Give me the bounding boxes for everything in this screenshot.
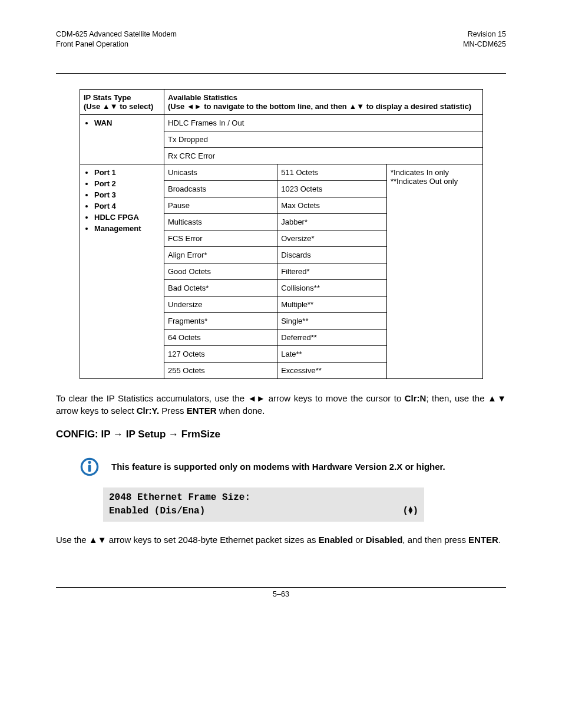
table-cell: Rx CRC Error [164, 147, 483, 164]
page-header: CDM-625 Advanced Satellite Modem Front P… [56, 29, 506, 50]
note-text: This feature is supported only on modems… [111, 462, 445, 472]
table-cell: 64 Octets [164, 329, 277, 345]
table-cell: 511 Octets [277, 164, 387, 180]
paragraph-clear-stats: To clear the IP Statistics accumulators,… [56, 392, 506, 417]
table-cell: Pause [164, 197, 277, 213]
cell-ports-type: Port 1 Port 2 Port 3 Port 4 HDLC FPGA Ma… [80, 164, 164, 378]
table-cell: Unicasts [164, 164, 277, 180]
table-cell: Oversize* [277, 230, 387, 246]
table-cell: Filtered* [277, 263, 387, 279]
svg-point-1 [88, 461, 91, 464]
table-cell: Bad Octets* [164, 279, 277, 296]
header-right-2: MN-CDM625 [463, 39, 506, 50]
page-footer: 5–63 [56, 587, 506, 598]
table-cell: 255 Octets [164, 362, 277, 378]
table-cell: Align Error* [164, 246, 277, 263]
info-icon [80, 457, 100, 477]
table-cell: Deferred** [277, 329, 387, 345]
table-cell: Undersize [164, 296, 277, 312]
lcd-line-2-right: (▲▼) [403, 505, 418, 518]
svg-rect-2 [88, 465, 91, 472]
table-cell: Excessive** [277, 362, 387, 378]
lcd-line-2-left: Enabled (Dis/Ena) [109, 505, 205, 518]
table-cell: Multicasts [164, 213, 277, 230]
table-cell: 1023 Octets [277, 180, 387, 197]
table-cell: FCS Error [164, 230, 277, 246]
table-cell: Multiple** [277, 296, 387, 312]
lcd-line-1: 2048 Ethernet Frame Size: [109, 491, 418, 505]
table-cell: Jabber* [277, 213, 387, 230]
page-number: 5–63 [56, 590, 506, 598]
section-heading: CONFIG: IP → IP Setup → FrmSize [56, 429, 506, 440]
table-cell: 127 Octets [164, 345, 277, 362]
stats-table: IP Stats Type (Use ▲▼ to select) Availab… [80, 89, 483, 379]
table-cell: Single** [277, 312, 387, 329]
table-cell: HDLC Frames In / Out [164, 114, 483, 131]
header-left-1: CDM-625 Advanced Satellite Modem [56, 29, 177, 39]
table-cell: Late** [277, 345, 387, 362]
table-cell: Broadcasts [164, 180, 277, 197]
table-cell: Collisions** [277, 279, 387, 296]
table-cell: Good Octets [164, 263, 277, 279]
cell-wan-type: WAN [80, 114, 164, 164]
header-left-2: Front Panel Operation [56, 39, 177, 50]
th-stats: Available Statistics (Use ◄► to navigate… [164, 89, 483, 114]
updown-icon: ▲▼ [408, 508, 412, 514]
table-cell: Discards [277, 246, 387, 263]
table-cell: Fragments* [164, 312, 277, 329]
table-cell: Tx Dropped [164, 131, 483, 147]
cell-note: *Indicates In only **Indicates Out only [387, 164, 483, 378]
th-type: IP Stats Type (Use ▲▼ to select) [80, 89, 164, 114]
paragraph-frmsize: Use the ▲▼ arrow keys to set 2048-byte E… [56, 533, 506, 546]
table-cell: Max Octets [277, 197, 387, 213]
lcd-display: 2048 Ethernet Frame Size: Enabled (Dis/E… [103, 487, 424, 522]
header-right-1: Revision 15 [463, 29, 506, 39]
note-block: This feature is supported only on modems… [80, 457, 506, 477]
